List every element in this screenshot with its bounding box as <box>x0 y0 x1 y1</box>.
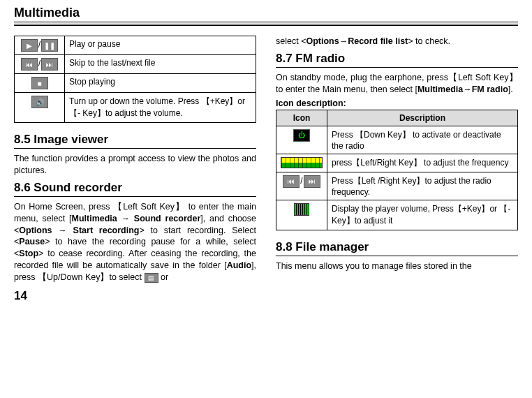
desc-cell: Press【Left /Right Key】to adjust the radi… <box>327 172 518 200</box>
section-8-5-title: 8.5 Image viewer <box>14 133 256 147</box>
continuation-text: select <Options→Record file list> to che… <box>276 36 518 47</box>
power-icon: ⏻ <box>293 129 310 142</box>
pause-icon: ❚❚ <box>41 39 58 52</box>
tuner-icon <box>281 157 323 168</box>
table-row: ■ Stop playing <box>15 74 256 93</box>
bold-text: Options→Record file list <box>306 36 408 46</box>
table-row: 🔊 Turn up or down the volume. Press 【+Ke… <box>15 93 256 123</box>
section-8-8-title: 8.8 File manager <box>276 240 518 254</box>
icon-description-label: Icon description: <box>276 98 518 108</box>
bold-text: Multimedia → Sound recorder <box>71 214 200 223</box>
content-columns: ▶/❚❚ Play or pause ⏮/⏭ Skip to the last/… <box>14 36 518 303</box>
right-column: select <Options→Record file list> to che… <box>276 36 518 303</box>
prev-icon: ⏮ <box>283 175 300 188</box>
icon-cell: ⏮/⏭ <box>15 55 65 74</box>
icon-cell: ■ <box>15 74 65 93</box>
section-8-8-text: This menu allows you to manage files sto… <box>276 260 518 272</box>
table-row: press【Left/Right Key】 to adjust the freq… <box>276 154 518 172</box>
th-icon: Icon <box>276 110 327 126</box>
play-icon: ▶ <box>21 39 38 52</box>
desc-cell: Play or pause <box>65 36 256 55</box>
table-row: ⏻ Press 【Down Key】 to activate or deacti… <box>276 126 518 154</box>
bold-text: Options → Start recording <box>19 226 139 235</box>
text: ]. <box>508 84 513 94</box>
icon-cell: 🔊 <box>15 93 65 123</box>
stop-icon: ■ <box>31 77 48 89</box>
next-icon: ⏭ <box>41 58 58 71</box>
page-header: Multimedia <box>14 6 518 22</box>
next-icon: ⏭ <box>304 175 320 188</box>
desc-cell: Press 【Down Key】 to activate or deactiva… <box>327 126 518 154</box>
desc-cell: Stop playing <box>65 74 256 93</box>
table-header-row: Icon Description <box>276 110 518 126</box>
section-8-5-text: The function provides a prompt access to… <box>14 153 256 177</box>
desc-cell: Display the player volume, Press【+Key】or… <box>327 200 518 230</box>
section-rule <box>14 196 256 197</box>
left-column: ▶/❚❚ Play or pause ⏮/⏭ Skip to the last/… <box>14 36 256 303</box>
bold-text: Stop <box>19 249 38 258</box>
bold-text: Pause <box>19 237 45 246</box>
section-8-6-text: On Home Screen, press 【Left Soft Key】 to… <box>14 201 256 283</box>
icon-cell: ⏮/⏭ <box>276 172 327 200</box>
desc-cell: press【Left/Right Key】 to adjust the freq… <box>327 154 518 172</box>
table-row: Display the player volume, Press【+Key】or… <box>276 200 518 230</box>
section-8-7-title: 8.7 FM radio <box>276 52 518 66</box>
section-8-6-title: 8.6 Sound recorder <box>14 181 256 195</box>
table-row: ⏮/⏭ Press【Left /Right Key】to adjust the … <box>276 172 518 200</box>
icon-cell <box>276 200 327 230</box>
table-row: ⏮/⏭ Skip to the last/next file <box>15 55 256 74</box>
page-number: 14 <box>14 289 256 303</box>
icon-cell: ⏻ <box>276 126 327 154</box>
section-8-7-text: On standby mode, plug the earphone, pres… <box>276 72 518 96</box>
equalizer-icon <box>294 203 309 216</box>
desc-cell: Turn up or down the volume. Press 【+Key】… <box>65 93 256 123</box>
section-rule <box>14 148 256 149</box>
fm-icons-table: Icon Description ⏻ Press 【Down Key】 to a… <box>276 110 518 230</box>
icon-cell <box>276 154 327 172</box>
text: or <box>158 272 169 282</box>
text: > to check. <box>408 36 450 46</box>
section-rule <box>276 256 518 256</box>
bold-text: Multimedia→FM radio <box>418 84 508 94</box>
th-description: Description <box>327 110 518 126</box>
icon-cell: ▶/❚❚ <box>15 36 65 55</box>
media-icons-table: ▶/❚❚ Play or pause ⏮/⏭ Skip to the last/… <box>14 36 256 123</box>
table-row: ▶/❚❚ Play or pause <box>15 36 256 55</box>
section-rule <box>276 67 518 68</box>
text: select < <box>276 36 306 46</box>
bold-text: Audio <box>227 260 251 270</box>
text: > to cease recording. After ceasing the … <box>14 249 256 270</box>
header-rule <box>14 24 518 26</box>
prev-icon: ⏮ <box>21 58 38 71</box>
volume-icon: 🔊 <box>31 96 48 108</box>
desc-cell: Skip to the last/next file <box>65 55 256 74</box>
folder-icon: ▤ <box>145 273 158 283</box>
